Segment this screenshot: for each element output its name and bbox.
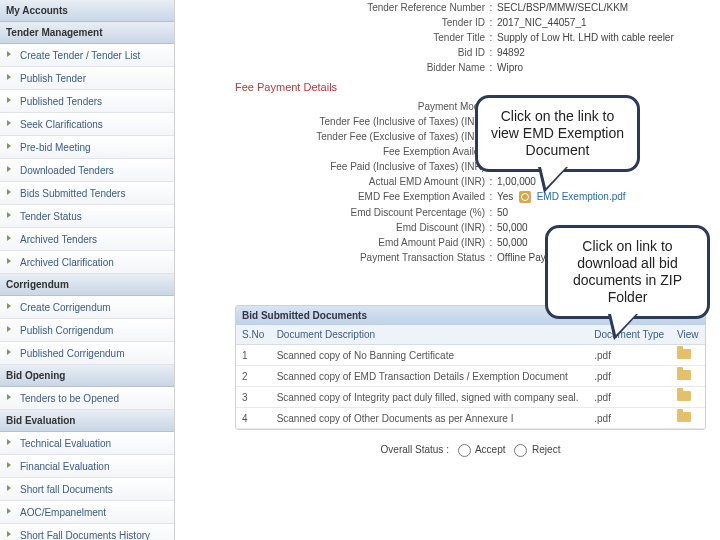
fee-value: 1,00,000 xyxy=(497,176,706,187)
fee-row: EMD Fee Exemption Availed:Yes EMD Exempt… xyxy=(235,189,706,205)
sidebar-item-label: Seek Clarifications xyxy=(20,119,103,130)
sidebar-item-label: Technical Evaluation xyxy=(20,438,111,449)
sidebar-item[interactable]: Short fall Documents xyxy=(0,478,174,501)
table-row: 4Scanned copy of Other Documents as per … xyxy=(236,408,705,429)
view-doc-icon[interactable] xyxy=(677,349,691,359)
info-label: Tender Reference Number xyxy=(235,2,485,13)
fee-value: 50 xyxy=(497,207,706,218)
sidebar-item[interactable]: Create Corrigendum xyxy=(0,296,174,319)
sidebar-item[interactable]: Archived Clarification xyxy=(0,251,174,274)
info-label: Tender Title xyxy=(235,32,485,43)
view-doc-icon[interactable] xyxy=(677,370,691,380)
callout-emd-exemption: Click on the link to view EMD Exemption … xyxy=(475,95,640,172)
table-col-header: Document Description xyxy=(271,325,589,345)
sidebar: My AccountsTender ManagementCreate Tende… xyxy=(0,0,175,540)
arrow-icon xyxy=(4,347,16,359)
arrow-icon xyxy=(4,164,16,176)
sidebar-header[interactable]: Corrigendum xyxy=(0,274,174,296)
arrow-icon xyxy=(4,483,16,495)
sidebar-header[interactable]: Bid Opening xyxy=(0,365,174,387)
arrow-icon xyxy=(4,210,16,222)
sidebar-item-label: Published Corrigendum xyxy=(20,348,125,359)
fee-label: Fee Exemption Availed xyxy=(235,146,485,157)
sidebar-item[interactable]: Tenders to be Opened xyxy=(0,387,174,410)
sidebar-item-label: Downloaded Tenders xyxy=(20,165,114,176)
accept-radio[interactable] xyxy=(458,444,471,457)
info-row: Bid ID:94892 xyxy=(235,45,706,60)
sidebar-item[interactable]: Short Fall Documents History xyxy=(0,524,174,540)
sidebar-item[interactable]: Archived Tenders xyxy=(0,228,174,251)
info-value: SECL/BSP/MMW/SECL/KKM xyxy=(497,2,706,13)
fee-label: Payment Transaction Status xyxy=(235,252,485,264)
fee-value: Yes EMD Exemption.pdf xyxy=(497,191,706,203)
sidebar-item-label: Published Tenders xyxy=(20,96,102,107)
info-label: Bid ID xyxy=(235,47,485,58)
sidebar-item[interactable]: Technical Evaluation xyxy=(0,432,174,455)
sidebar-item[interactable]: Bids Submitted Tenders xyxy=(0,182,174,205)
view-doc-icon[interactable] xyxy=(677,412,691,422)
arrow-icon xyxy=(4,49,16,61)
reject-label: Reject xyxy=(532,444,560,455)
sidebar-header[interactable]: Bid Evaluation xyxy=(0,410,174,432)
overall-status-label: Overall Status : xyxy=(381,444,449,455)
table-col-header: View xyxy=(671,325,705,345)
sidebar-item[interactable]: Publish Corrigendum xyxy=(0,319,174,342)
fee-row: Emd Discount Percentage (%):50 xyxy=(235,205,706,220)
fee-label: Emd Amount Paid (INR) xyxy=(235,237,485,248)
arrow-icon xyxy=(4,529,16,540)
arrow-icon xyxy=(4,141,16,153)
sidebar-item[interactable]: Published Corrigendum xyxy=(0,342,174,365)
reject-radio[interactable] xyxy=(514,444,527,457)
arrow-icon xyxy=(4,233,16,245)
sidebar-item[interactable]: Published Tenders xyxy=(0,90,174,113)
sidebar-item-label: Financial Evaluation xyxy=(20,461,110,472)
fee-section-title: Fee Payment Details xyxy=(235,81,706,95)
fee-label: Payment Mode xyxy=(235,101,485,112)
sidebar-item[interactable]: Seek Clarifications xyxy=(0,113,174,136)
fee-label: Tender Fee (Exclusive of Taxes) (INR) xyxy=(235,131,485,142)
sidebar-item[interactable]: Pre-bid Meeting xyxy=(0,136,174,159)
sidebar-item-label: Bids Submitted Tenders xyxy=(20,188,125,199)
sidebar-item-label: Create Corrigendum xyxy=(20,302,111,313)
sidebar-item-label: Publish Tender xyxy=(20,73,86,84)
arrow-icon xyxy=(4,187,16,199)
sidebar-item[interactable]: Create Tender / Tender List xyxy=(0,44,174,67)
table-row: 2Scanned copy of EMD Transaction Details… xyxy=(236,366,705,387)
sidebar-item-label: Short Fall Documents History xyxy=(20,530,150,541)
fee-label: EMD Fee Exemption Availed xyxy=(235,191,485,203)
arrow-icon xyxy=(4,72,16,84)
info-row: Tender Title:Supply of Low Ht. LHD with … xyxy=(235,30,706,45)
arrow-icon xyxy=(4,324,16,336)
sidebar-header[interactable]: My Accounts xyxy=(0,0,174,22)
arrow-icon xyxy=(4,506,16,518)
sidebar-item[interactable]: Financial Evaluation xyxy=(0,455,174,478)
info-label: Bidder Name xyxy=(235,62,485,73)
sidebar-item-label: Publish Corrigendum xyxy=(20,325,113,336)
arrow-icon xyxy=(4,301,16,313)
arrow-icon xyxy=(4,437,16,449)
info-row: Tender Reference Number:SECL/BSP/MMW/SEC… xyxy=(235,0,706,15)
callout-zip-download: Click on link to download all bid docume… xyxy=(545,225,710,319)
info-row: Tender ID:2017_NIC_44057_1 xyxy=(235,15,706,30)
fee-label: Actual EMD Amount (INR) xyxy=(235,176,485,187)
sidebar-item-label: Tender Status xyxy=(20,211,82,222)
sidebar-item-label: Short fall Documents xyxy=(20,484,113,495)
fee-label: Emd Discount Percentage (%) xyxy=(235,207,485,218)
sidebar-item[interactable]: Tender Status xyxy=(0,205,174,228)
sidebar-item[interactable]: Downloaded Tenders xyxy=(0,159,174,182)
arrow-icon xyxy=(4,460,16,472)
overall-status-row: Overall Status : Accept Reject xyxy=(235,444,706,457)
sidebar-header[interactable]: Tender Management xyxy=(0,22,174,44)
fee-label: Emd Discount (INR) xyxy=(235,222,485,233)
table-row: 1Scanned copy of No Banning Certificate.… xyxy=(236,345,705,366)
fee-row: Actual EMD Amount (INR):1,00,000 xyxy=(235,174,706,189)
sidebar-item[interactable]: Publish Tender xyxy=(0,67,174,90)
arrow-icon xyxy=(4,256,16,268)
view-doc-icon[interactable] xyxy=(677,391,691,401)
attachment-icon xyxy=(519,191,531,203)
info-value: Wipro xyxy=(497,62,706,73)
arrow-icon xyxy=(4,392,16,404)
sidebar-item[interactable]: AOC/Empanelment xyxy=(0,501,174,524)
table-col-header: S.No xyxy=(236,325,271,345)
fee-label: Tender Fee (Inclusive of Taxes) (INR) xyxy=(235,116,485,127)
